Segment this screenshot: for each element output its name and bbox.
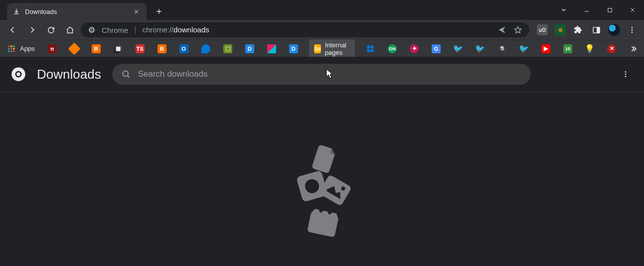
side-panel-button[interactable] (589, 23, 603, 37)
back-button[interactable] (5, 22, 21, 38)
bookmark-label: Internal pages (325, 41, 350, 56)
favicon-icon: ON (388, 44, 397, 53)
flask-icon: ⚗ (497, 44, 506, 53)
svg-point-25 (123, 71, 128, 76)
favicon-icon: B (158, 44, 166, 53)
youtube-icon: ▶ (541, 44, 550, 53)
bookmark-item[interactable]: 🐦 (517, 43, 530, 54)
close-tab-button[interactable] (132, 7, 141, 16)
bookmark-item[interactable]: B (156, 43, 168, 54)
downloads-header: Downloads (0, 57, 644, 92)
svg-rect-9 (8, 45, 9, 47)
favicon-icon: TS (136, 44, 145, 53)
svg-rect-11 (13, 45, 14, 47)
favicon-icon (267, 44, 276, 53)
bookmark-item[interactable]: D (243, 43, 256, 54)
twitter-icon: 🐦 (454, 44, 463, 53)
reload-button[interactable] (43, 22, 59, 38)
svg-point-6 (632, 27, 633, 28)
bookmark-item[interactable]: B (90, 43, 103, 54)
bookmark-item[interactable]: ✕ (605, 43, 618, 54)
favicon-icon: ▦ (114, 44, 123, 53)
tab-title: Downloads (25, 8, 57, 15)
chrome-menu-button[interactable] (625, 23, 639, 37)
outlook-icon: O (179, 44, 188, 53)
search-downloads-box[interactable] (112, 64, 531, 85)
bookmarks-overflow-button[interactable] (627, 44, 639, 54)
onedrive-icon (201, 44, 210, 53)
favicon-icon: ✕ (607, 44, 616, 53)
empty-state-illustration (272, 138, 372, 238)
svg-point-24 (16, 72, 20, 76)
bookmark-item[interactable]: O (177, 43, 190, 54)
new-tab-button[interactable] (152, 4, 166, 19)
window-controls (552, 0, 644, 20)
address-bar[interactable]: Chrome | chrome://downloads (81, 22, 529, 37)
bookmark-item[interactable]: ⚗ (495, 43, 508, 54)
svg-rect-19 (371, 45, 374, 48)
svg-point-8 (632, 31, 633, 33)
bookmark-item[interactable]: π (46, 43, 59, 54)
svg-rect-21 (371, 49, 374, 52)
favicon-icon: π (48, 44, 57, 53)
bookmark-item[interactable]: ✦ (408, 43, 421, 54)
svg-rect-13 (10, 48, 12, 49)
separator: | (134, 25, 136, 34)
svg-rect-12 (8, 48, 9, 49)
bookmark-star-icon[interactable] (513, 25, 522, 34)
bookmark-apps[interactable]: Apps (5, 43, 37, 54)
send-icon[interactable] (497, 25, 506, 34)
close-window-button[interactable] (621, 0, 644, 20)
svg-rect-5 (597, 27, 599, 32)
bookmark-item[interactable]: ⬚ (221, 43, 234, 54)
bookmark-label: Apps (20, 45, 35, 52)
bookmark-item[interactable]: 💡 (583, 43, 596, 54)
home-button[interactable] (62, 22, 78, 38)
page-title: Downloads (37, 67, 101, 82)
extension-ublock[interactable]: uO (535, 23, 549, 37)
svg-rect-16 (10, 50, 12, 52)
bookmark-item[interactable]: D (287, 43, 300, 54)
svg-rect-15 (8, 50, 9, 52)
origin-label: Chrome (102, 26, 128, 34)
bookmark-item[interactable]: ▦ (112, 43, 125, 54)
twitter-icon: 🐦 (519, 44, 528, 53)
search-icon (121, 69, 131, 79)
favicon-icon: ⬚ (223, 44, 232, 53)
search-downloads-input[interactable] (138, 69, 522, 79)
bookmark-item[interactable]: G (430, 43, 443, 54)
profile-avatar[interactable] (607, 23, 621, 37)
bookmark-item[interactable]: TS (134, 43, 147, 54)
downloads-page: Downloads (0, 57, 644, 266)
bookmark-item[interactable]: 10 (561, 43, 574, 54)
bookmarks-bar: Apps π B ▦ TS B O ⬚ D D Internal pages O… (0, 40, 644, 57)
bookmark-item[interactable]: ▶ (539, 43, 552, 54)
browser-tab-downloads[interactable]: Downloads (7, 3, 147, 20)
forward-button[interactable] (24, 22, 40, 38)
svg-rect-17 (13, 50, 14, 52)
divider (0, 92, 644, 92)
svg-rect-20 (367, 49, 370, 52)
minimize-button[interactable] (575, 0, 598, 20)
bookmark-item[interactable] (265, 43, 278, 54)
svg-point-3 (91, 29, 92, 30)
url-text: chrome://downloads (143, 25, 209, 34)
bookmark-item[interactable] (199, 43, 212, 54)
tab-search-button[interactable] (552, 0, 575, 20)
bookmark-item[interactable]: ON (386, 43, 399, 54)
extension-generic-1[interactable]: ⚙ (553, 23, 567, 37)
favicon-icon: B (92, 44, 101, 53)
bookmark-folder-internal-pages[interactable]: Internal pages (309, 39, 355, 58)
downloads-more-button[interactable] (618, 67, 633, 82)
extensions-button[interactable] (571, 23, 585, 37)
google-icon: G (432, 44, 441, 53)
tab-strip: Downloads (0, 0, 644, 20)
bookmark-item[interactable]: 🐦 (474, 43, 486, 54)
bookmark-item[interactable] (364, 43, 377, 54)
bookmark-item[interactable]: 🐦 (452, 43, 465, 54)
maximize-button[interactable] (598, 0, 621, 20)
svg-rect-10 (10, 45, 12, 47)
bulb-icon: 💡 (585, 44, 594, 53)
bookmark-item[interactable] (68, 43, 81, 54)
site-info-icon[interactable] (88, 26, 96, 34)
